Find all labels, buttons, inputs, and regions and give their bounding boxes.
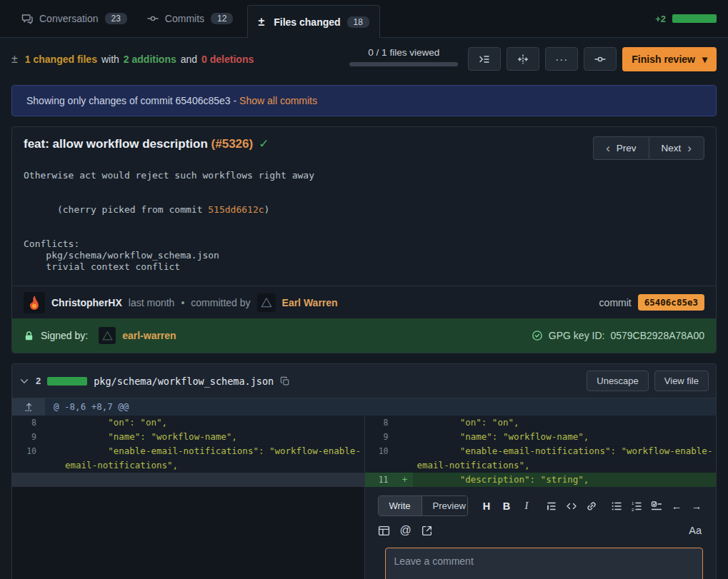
plus-minus-icon: ± — [11, 53, 18, 66]
expand-hunk-button[interactable] — [12, 398, 45, 416]
commit-select-button[interactable] — [584, 47, 617, 71]
files-viewed-bar — [349, 62, 458, 66]
task-list-icon[interactable] — [650, 500, 663, 513]
arrow-right-icon[interactable]: → — [690, 500, 703, 513]
right-line-marker: + — [397, 473, 413, 487]
additions-count: +2 — [655, 14, 666, 24]
split-view-toggle-button[interactable] — [507, 47, 539, 71]
reference-icon[interactable] — [421, 524, 434, 537]
triangle-avatar-icon — [101, 330, 114, 342]
commit-title: feat: allow workflow description (#5326)… — [24, 136, 269, 151]
comment-input[interactable] — [385, 548, 704, 579]
tab-conversation[interactable]: Conversation 23 — [11, 0, 137, 37]
triangle-avatar-icon — [260, 296, 273, 309]
left-line-number[interactable]: 10 — [12, 444, 45, 473]
commit-meta-row: ChristopherHX last month • committed by … — [12, 286, 716, 318]
left-code-line: "enable-email-notifications": "workflow-… — [61, 444, 364, 473]
finish-review-label: Finish review — [632, 54, 695, 65]
left-line-number[interactable] — [12, 473, 45, 487]
right-line-number[interactable]: 11 — [364, 473, 397, 487]
left-line-marker — [45, 430, 61, 444]
svg-text:1: 1 — [632, 500, 634, 505]
commit-pager: ‹ Prev Next › — [593, 136, 704, 160]
author-avatar[interactable] — [24, 292, 45, 313]
ci-success-check-icon: ✓ — [259, 137, 269, 151]
gpg-key-label: GPG key ID: — [549, 330, 605, 341]
write-tab[interactable]: Write — [379, 496, 422, 515]
unescape-button[interactable]: Unescape — [587, 371, 649, 391]
more-options-button[interactable]: ··· — [545, 47, 578, 71]
file-name: pkg/schema/workflow_schema.json — [94, 376, 274, 387]
left-code-line: "name": "workflow-name", — [61, 430, 364, 444]
view-file-label: View file — [664, 376, 699, 386]
finish-review-button[interactable]: Finish review ▾ — [622, 47, 717, 71]
split-diff-icon — [517, 54, 529, 65]
commit-filter-banner: Showing only changes of commit 65406c85e… — [11, 85, 717, 116]
files-viewed-label: 0 / 1 files viewed — [349, 47, 458, 58]
banner-text: Showing only changes of commit 65406c85e… — [26, 95, 236, 106]
gpg-key-value: 0579CB2928A78A00 — [610, 330, 704, 341]
link-icon[interactable] — [585, 500, 598, 513]
commit-hash-badge[interactable]: 65406c85e3 — [638, 294, 704, 311]
expand-up-icon — [24, 402, 34, 412]
right-line-number[interactable]: 8 — [364, 416, 397, 430]
hunk-header: @ -8,6 +8,7 @@ — [45, 398, 716, 416]
tab-commits[interactable]: Commits 12 — [137, 0, 244, 37]
left-line-marker — [45, 444, 61, 473]
conflict-file: pkg/schema/workflow_schema.json — [24, 250, 704, 261]
right-line-number[interactable]: 9 — [364, 430, 397, 444]
right-line-number[interactable]: 10 — [364, 444, 397, 473]
view-file-button[interactable]: View file — [654, 371, 709, 391]
commits-icon — [147, 13, 159, 24]
committer-avatar[interactable] — [257, 293, 276, 312]
left-code-line — [61, 473, 364, 487]
with-text: with — [101, 54, 119, 65]
author-name-link[interactable]: ChristopherHX — [51, 297, 122, 308]
tab-files-changed[interactable]: ± Files changed 18 — [247, 5, 380, 38]
right-line-marker — [397, 416, 413, 430]
right-line-marker — [397, 444, 413, 473]
text-style-toggle[interactable]: Aa — [689, 525, 703, 536]
right-code-line: "description": "string", — [413, 473, 717, 487]
preview-tab[interactable]: Preview — [422, 496, 468, 515]
signer-avatar[interactable] — [99, 327, 116, 344]
left-line-number[interactable]: 9 — [12, 430, 45, 444]
quote-icon[interactable] — [545, 500, 558, 513]
prev-commit-button[interactable]: ‹ Prev — [593, 136, 648, 160]
numbered-list-icon[interactable]: 12 — [630, 500, 643, 513]
code-icon[interactable] — [565, 500, 578, 513]
dot-separator: • — [181, 297, 184, 308]
cherry-pick-hash-link[interactable]: 515dd6612c — [208, 204, 264, 215]
left-line-number[interactable]: 8 — [12, 416, 45, 430]
italic-icon[interactable]: I — [520, 500, 533, 513]
right-code-line: "on": "on", — [413, 416, 717, 430]
signer-name-link[interactable]: earl-warren — [122, 330, 176, 341]
pr-tab-bar: Conversation 23 Commits 12 ± Files chang… — [0, 0, 728, 38]
diff-file-box: 2 pkg/schema/workflow_schema.json Unesca… — [11, 363, 717, 579]
bold-icon[interactable]: B — [500, 500, 513, 513]
lock-icon — [24, 331, 34, 341]
table-icon[interactable] — [378, 524, 391, 537]
next-commit-button[interactable]: Next › — [649, 136, 704, 160]
collapse-file-chevron-icon[interactable] — [19, 376, 29, 386]
diff-summary-row: ± 1 changed files with 2 additions and 0… — [0, 38, 728, 79]
additions-text: 2 additions — [124, 54, 176, 65]
mention-icon[interactable]: @ — [399, 524, 412, 537]
chevron-left-icon: ‹ — [606, 141, 610, 156]
copy-path-icon[interactable] — [280, 376, 290, 386]
conflict-note: trivial context conflict — [24, 261, 704, 273]
diff-stat: +2 — [655, 14, 717, 24]
commit-body-line: (cherry picked from commit 515dd6612c) — [24, 193, 704, 227]
commit-icon — [594, 54, 606, 65]
signed-commit-row: Signed by: earl-warren GPG key ID: 0579C… — [12, 318, 716, 353]
issue-ref-link[interactable]: (#5326) — [211, 137, 254, 151]
arrow-left-icon[interactable]: ← — [670, 500, 683, 513]
show-all-commits-link[interactable]: Show all commits — [239, 95, 317, 106]
committer-name-link[interactable]: Earl Warren — [282, 297, 338, 308]
heading-icon[interactable]: H — [480, 500, 493, 513]
left-line-marker — [45, 416, 61, 430]
file-tree-toggle-button[interactable] — [468, 47, 501, 71]
commit-message-body: Otherwise act would reject such workflow… — [12, 164, 716, 286]
file-additions-count: 2 — [36, 376, 41, 386]
bullet-list-icon[interactable] — [610, 500, 623, 513]
